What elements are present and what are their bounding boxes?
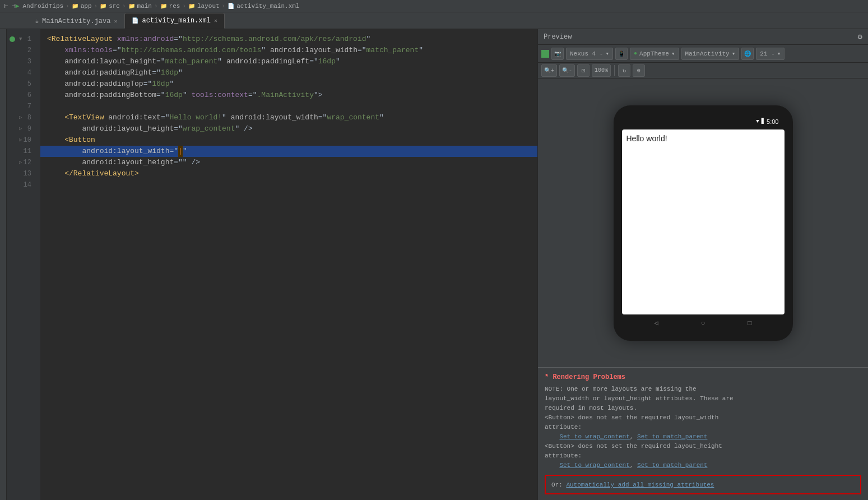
sep4: ›: [154, 3, 158, 10]
tab-label-java: MainActivity.java: [42, 17, 110, 25]
theme-chevron-icon: ▾: [671, 50, 675, 57]
zoom-100-button[interactable]: 100%: [592, 64, 611, 77]
tab-main-activity-java[interactable]: ☕ MainActivity.java ✕: [28, 13, 124, 29]
line-num-12: ▷12: [18, 157, 36, 168]
back-nav-btn: ◁: [655, 319, 658, 327]
gutter-1: [7, 34, 18, 45]
recents-nav-btn: □: [748, 320, 751, 327]
phone-content: Hello world!: [622, 129, 785, 314]
theme-circle-icon: ●: [634, 50, 637, 57]
run-indicator[interactable]: [10, 36, 15, 42]
line-num-1: ▼1: [18, 34, 36, 45]
project-name[interactable]: AndroidTips: [22, 3, 63, 10]
phone-nav-bar: ◁ ○ □: [622, 314, 785, 332]
code-line-14: [40, 179, 537, 191]
set-match-parent-link-1[interactable]: Set to match_parent: [637, 433, 707, 440]
sep3: ›: [122, 3, 126, 10]
phone-screen: Hello world!: [622, 129, 785, 314]
fold-10-icon[interactable]: ▷: [19, 135, 22, 146]
api-chevron-icon: ▾: [777, 50, 781, 57]
gutter-2: [7, 45, 18, 56]
code-editor[interactable]: ▼1 2 3 4 5 6 7 ▷8 ▷9 ▷10 11 ▷12: [7, 29, 537, 500]
sep2: ›: [94, 3, 98, 10]
gutter-5: [7, 78, 18, 90]
fit-screen-button[interactable]: ⊡: [577, 64, 590, 77]
app-folder[interactable]: app: [81, 3, 92, 10]
battery-icon: ▊: [762, 118, 764, 124]
current-file[interactable]: activity_main.xml: [236, 3, 299, 10]
fold-9-icon[interactable]: ▷: [19, 123, 22, 135]
xml-tab-icon: 📄: [132, 17, 138, 24]
config-button[interactable]: ⚙: [633, 64, 645, 77]
main-folder[interactable]: main: [137, 3, 152, 10]
activity-label: MainActivity: [685, 50, 730, 57]
tab-label-xml: activity_main.xml: [142, 17, 210, 25]
locale-button[interactable]: 🌐: [741, 48, 754, 60]
phone-device: ▼ ▊ 5:00 Hello world! ◁ ○ □: [614, 105, 793, 341]
code-content[interactable]: <RelativeLayout xmlns:android="http://sc…: [40, 29, 537, 500]
app-folder-icon: 📁: [72, 3, 78, 10]
set-match-parent-link-2[interactable]: Set to match_parent: [637, 462, 707, 469]
device-selector[interactable]: Nexus 4 - ▾: [566, 48, 613, 60]
code-line-12: android:layout_height="" />: [40, 157, 537, 168]
line-num-10: ▷10: [18, 135, 36, 146]
refresh-button[interactable]: ↻: [618, 64, 630, 77]
gutter-4: [7, 67, 18, 78]
api-selector[interactable]: 21 - ▾: [756, 48, 785, 60]
auto-fix-link[interactable]: Automatically add all missing attributes: [566, 482, 714, 488]
line-numbers: ▼1 2 3 4 5 6 7 ▷8 ▷9 ▷10 11 ▷12: [18, 29, 40, 500]
tab-activity-main-xml[interactable]: 📄 activity_main.xml ✕: [124, 13, 224, 29]
api-label: 21 -: [760, 50, 774, 57]
chevron-down-icon: ▾: [605, 50, 609, 57]
screenshot-button[interactable]: 📷: [551, 48, 564, 60]
res-folder-icon: 📁: [160, 3, 167, 10]
theme-label: AppTheme: [639, 50, 669, 57]
line-num-4: 4: [18, 67, 36, 78]
code-line-9: android:layout_height="wrap_content" />: [40, 123, 537, 135]
home-nav-btn: ○: [701, 320, 705, 327]
gutter-6: [7, 90, 18, 101]
gutter-13: [7, 168, 18, 179]
activity-selector[interactable]: MainActivity ▾: [681, 48, 740, 60]
line-num-9: ▷9: [18, 123, 36, 135]
back-forward-nav[interactable]: ⊢ ⊣: [4, 2, 16, 10]
gutter-3: [7, 56, 18, 67]
gutter-7: [7, 101, 18, 112]
wifi-icon: ▼: [756, 119, 759, 124]
fold-8-icon[interactable]: ▷: [19, 112, 22, 123]
screen-size-button[interactable]: 📱: [615, 48, 628, 60]
nav-controls: ⊢ ⊣: [4, 2, 16, 10]
zoom-out-button[interactable]: 🔍-: [559, 64, 575, 77]
tab-close-xml[interactable]: ✕: [214, 17, 217, 24]
layout-folder[interactable]: layout: [197, 3, 220, 10]
render-status-indicator: [541, 50, 549, 58]
line-num-2: 2: [18, 45, 36, 56]
code-line-8: <TextView android:text="Hello world!" an…: [40, 112, 537, 123]
code-line-10: <Button: [40, 135, 537, 146]
set-wrap-content-link-2[interactable]: Set to wrap_content: [559, 462, 629, 469]
activity-chevron-icon: ▾: [732, 50, 736, 57]
line-num-13: 13: [18, 168, 36, 179]
problems-title: * Rendering Problems: [545, 373, 861, 381]
zoom-in-button[interactable]: 🔍+: [541, 64, 557, 77]
res-folder[interactable]: res: [169, 3, 180, 10]
preview-title: Preview: [544, 33, 572, 41]
fold-12-icon[interactable]: ▷: [19, 157, 22, 168]
fold-1-icon[interactable]: ▼: [19, 34, 22, 45]
xml-file-icon: 📄: [228, 3, 234, 10]
code-line-4: android:paddingRight="16dp": [40, 67, 537, 78]
breadcrumb: ▶ AndroidTips › 📁 app › 📁 src › 📁 main ›…: [16, 2, 300, 10]
theme-selector[interactable]: ● AppTheme ▾: [630, 48, 679, 60]
gutter-11: [7, 146, 18, 157]
preview-content: ▼ ▊ 5:00 Hello world! ◁ ○ □: [538, 78, 868, 367]
set-wrap-content-link-1[interactable]: Set to wrap_content: [559, 433, 629, 440]
code-line-1: <RelativeLayout xmlns:android="http://sc…: [40, 34, 537, 45]
src-folder[interactable]: src: [109, 3, 120, 10]
code-line-6: android:paddingBottom="16dp" tools:conte…: [40, 90, 537, 101]
tab-close-java[interactable]: ✕: [114, 18, 117, 25]
sep5: ›: [182, 3, 186, 10]
code-line-13: </RelativeLayout>: [40, 168, 537, 179]
status-time: 5:00: [767, 118, 778, 125]
zoom-toolbar: 🔍+ 🔍- ⊡ 100% ↻ ⚙: [538, 63, 868, 78]
preview-settings-icon[interactable]: ⚙: [858, 32, 862, 41]
